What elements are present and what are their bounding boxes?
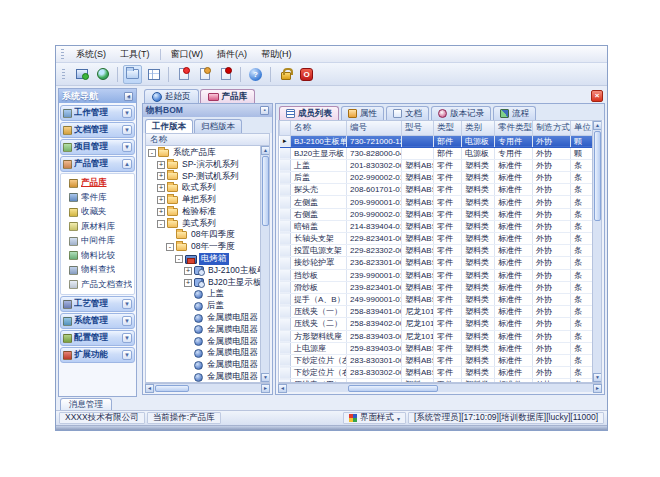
tree-node[interactable]: +欧式系列 (146, 182, 260, 194)
bom-tab-归档版本[interactable]: 归档版本 (194, 119, 242, 133)
toolbar-button-lock[interactable] (276, 65, 295, 84)
toolbar-button-doc-sync[interactable] (195, 65, 214, 84)
tree-node[interactable]: +检验标准 (146, 206, 260, 218)
member-tab-版本记录[interactable]: 版本记录 (431, 106, 491, 120)
row-selector[interactable] (280, 367, 291, 379)
member-tab-文档[interactable]: 文档 (386, 106, 429, 120)
tree-node[interactable]: +上盖 (146, 289, 260, 301)
row-selector[interactable] (280, 172, 291, 184)
column-header-类别[interactable]: 类别 (462, 121, 495, 135)
collapse-icon[interactable]: - (166, 243, 174, 251)
member-tab-属性[interactable]: 属性 (341, 106, 384, 120)
sidebar-item-产品文档查找[interactable]: 产品文档查找 (61, 278, 134, 293)
row-selector[interactable] (280, 208, 291, 220)
column-header-名称[interactable]: 名称 (291, 121, 347, 135)
scroll-thumb[interactable] (348, 385, 438, 392)
sidebar-section-文档管理[interactable]: 文档管理▼ (60, 122, 135, 138)
menu-item-2[interactable]: 窗口(W) (164, 47, 211, 62)
sidebar-section-扩展功能[interactable]: 扩展功能▼ (60, 347, 135, 363)
sidebar-section-工作管理[interactable]: 工作管理▼ (60, 105, 135, 121)
table-row[interactable]: 上盖201-830302-00E塑料ABS零件塑料类标准件外协条 (280, 159, 593, 171)
chevron-down-icon[interactable]: ▼ (122, 316, 132, 326)
table-vertical-scrollbar[interactable]: ▲ ▼ (592, 121, 601, 382)
scroll-left-icon[interactable]: ◄ (145, 384, 154, 393)
toolbar-button-exit[interactable]: O (297, 65, 316, 84)
expand-icon[interactable]: + (157, 196, 165, 204)
row-selector[interactable]: ▸ (280, 135, 291, 147)
sidebar-item-零件库[interactable]: 零件库 (61, 191, 134, 206)
table-row[interactable]: 下纱定位片（左）283-830301-00E塑料ABS零件塑料类标准件外协条 (280, 354, 593, 366)
expand-icon[interactable]: + (157, 172, 165, 180)
expand-icon[interactable]: + (157, 161, 165, 169)
chevron-down-icon[interactable]: ▼ (122, 333, 132, 343)
table-row[interactable]: 挡纱板239-990001-01E塑料ABS零件塑料类标准件外协条 (280, 269, 593, 281)
row-selector[interactable] (280, 220, 291, 232)
scroll-thumb[interactable] (155, 385, 189, 392)
column-header-单位[interactable]: 单位 (571, 121, 593, 135)
table-row[interactable]: 压线夹（四）288-830001-00E塑料ABS零件塑料类标准件外协条 (280, 379, 593, 382)
expand-icon[interactable]: + (157, 208, 165, 216)
scroll-up-icon[interactable]: ▲ (261, 146, 270, 155)
row-selector[interactable] (280, 159, 291, 171)
row-selector[interactable] (280, 318, 291, 330)
sidebar-section-项目管理[interactable]: 项目管理▼ (60, 139, 135, 155)
chevron-up-icon[interactable]: ▲ (122, 159, 132, 169)
sidebar-item-原材料库[interactable]: 原材料库 (61, 220, 134, 235)
tab-起始页[interactable]: 起始页 (144, 89, 199, 103)
table-row[interactable]: 提手（A、B）249-990001-01E塑料ABS零件塑料类标准件外协条 (280, 293, 593, 305)
table-row[interactable]: ▸BJ-2100主板单点730-721000-12E部件电源板专用件外协颗 (280, 135, 593, 147)
chevron-down-icon[interactable]: ▼ (122, 350, 132, 360)
row-selector[interactable] (280, 257, 291, 269)
scroll-left-icon[interactable]: ◄ (278, 384, 287, 393)
sidebar-section-系统管理[interactable]: 系统管理▼ (60, 313, 135, 329)
window-resize-edge[interactable] (56, 425, 607, 430)
row-selector[interactable] (280, 196, 291, 208)
row-selector[interactable] (280, 330, 291, 342)
row-selector[interactable] (280, 281, 291, 293)
scroll-thumb[interactable] (594, 131, 601, 221)
table-row[interactable]: 方形塑料线座258-839403-00E尼龙1010零件塑料类标准件外协条 (280, 330, 593, 342)
tree-node[interactable]: +金属膜电阻器 (146, 371, 260, 382)
tree-node[interactable]: -08年一季度 (146, 241, 260, 253)
tree-column-header[interactable]: 名称 (145, 133, 270, 146)
ui-style-dropdown[interactable]: 界面样式 ▾ (343, 412, 406, 424)
row-selector[interactable] (280, 293, 291, 305)
tab-产品库[interactable]: 产品库 (200, 89, 256, 103)
member-tab-流程[interactable]: 流程 (493, 106, 536, 120)
tree-node[interactable]: +金属膜电阻器 (146, 336, 260, 348)
sidebar-item-产品库[interactable]: 产品库 (61, 176, 134, 191)
table-row[interactable]: 滑纱板239-823401-00E塑料ABS零件塑料类标准件外协条 (280, 281, 593, 293)
table-row[interactable]: 后盖202-990002-01E塑料ABS零件塑料类标准件外协条 (280, 172, 593, 184)
menu-item-3[interactable]: 插件(A) (210, 47, 254, 62)
scroll-thumb[interactable] (262, 156, 269, 226)
scroll-right-icon[interactable]: ► (261, 384, 270, 393)
row-selector[interactable] (280, 147, 291, 159)
tree-node[interactable]: +金属膜电阻器 (146, 312, 260, 324)
tree-vertical-scrollbar[interactable]: ▲ ▼ (260, 146, 269, 382)
sidebar-section-产品管理[interactable]: 产品管理▲ (60, 156, 135, 172)
sidebar-section-配置管理[interactable]: 配置管理▼ (60, 330, 135, 346)
table-row[interactable]: 下纱定位片（右）283-830302-00E塑料ABS零件塑料类标准件外协条 (280, 367, 593, 379)
tree-node[interactable]: +BJ-2100主板单点 (146, 265, 260, 277)
row-selector[interactable] (280, 233, 291, 245)
tree-node[interactable]: +单把系列 (146, 194, 260, 206)
table-row[interactable]: 暗销盖214-839404-01E塑料ABS零件塑料类标准件外协条 (280, 220, 593, 232)
toolbar-button-report[interactable] (144, 65, 163, 84)
pin-icon[interactable]: ▪ (260, 106, 269, 115)
expand-icon[interactable]: + (184, 267, 192, 275)
column-header-类型[interactable]: 类型 (434, 121, 462, 135)
tree-node[interactable]: +金属膜电阻器 (146, 359, 260, 371)
row-selector[interactable] (280, 245, 291, 257)
sidebar-collapse-icon[interactable]: ◂ (124, 92, 133, 101)
member-tab-成员列表[interactable]: 成员列表 (279, 106, 339, 120)
toolbar-button-globe[interactable] (93, 65, 112, 84)
menu-item-0[interactable]: 系统(S) (69, 47, 113, 62)
menu-item-4[interactable]: 帮助(H) (254, 47, 299, 62)
tree-node[interactable]: +BJ20主显示板 (146, 277, 260, 289)
table-row[interactable]: 上电源座259-839403-00E塑料ABS零件塑料类标准件外协条 (280, 342, 593, 354)
sidebar-section-工艺管理[interactable]: 工艺管理▼ (60, 296, 135, 312)
tree-node[interactable]: +08年四季度 (146, 230, 260, 242)
row-selector[interactable] (280, 379, 291, 382)
row-selector[interactable] (280, 342, 291, 354)
chevron-down-icon[interactable]: ▼ (122, 142, 132, 152)
